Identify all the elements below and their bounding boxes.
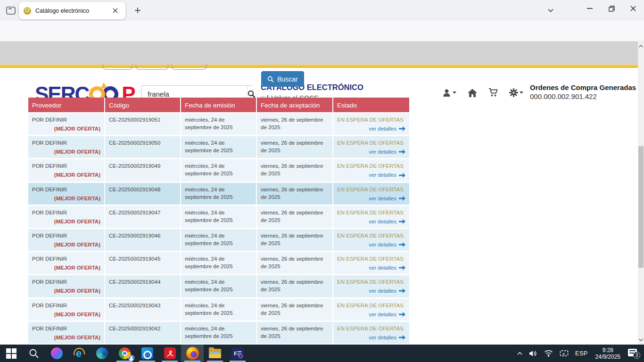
cell-estado: EN ESPERA DE OFERTAS ver detalles [333, 299, 409, 321]
chrome-icon[interactable] [113, 345, 136, 362]
connect-display-icon[interactable]: a [556, 345, 572, 362]
edge-icon[interactable] [91, 345, 113, 362]
volume-icon[interactable] [526, 345, 541, 362]
browser-tab-catalogo[interactable]: Catálogo electrónico [19, 2, 125, 19]
proveedor-text: POR DEFINIR [32, 232, 100, 239]
list-all-tabs-icon[interactable] [543, 5, 558, 16]
mejor-oferta-text: (MEJOR OFERTA) [32, 171, 100, 179]
window-restore-button[interactable] [601, 0, 622, 17]
cell-estado: EN ESPERA DE OFERTAS ver detalles [333, 113, 409, 135]
home-icon[interactable] [468, 89, 477, 97]
table-row: POR DEFINIR (MEJOR OFERTA) CE-2025000291… [28, 136, 409, 159]
ver-detalles-link[interactable]: ver detalles [369, 241, 396, 248]
mejor-oferta-text: (MEJOR OFERTA) [32, 334, 100, 341]
svg-text:e: e [76, 347, 82, 359]
filter-button-partial-2[interactable] [136, 64, 168, 70]
cell-fecha-aceptacion: viernes, 26 de septiembre de 2025 [257, 159, 333, 181]
notification-center-icon[interactable]: 3 [625, 345, 644, 362]
ver-detalles-link[interactable]: ver detalles [369, 171, 396, 179]
firefox-view-icon[interactable] [4, 4, 18, 17]
cell-fecha-emision: miércoles, 24 de septiembre de 2025 [181, 183, 257, 205]
filter-button-partial-1[interactable] [103, 64, 132, 70]
ver-detalles-link[interactable]: ver detalles [369, 148, 396, 156]
orders-table-header: Proveedor Código Fecha de emisión Fecha … [28, 98, 409, 113]
estado-text: EN ESPERA DE OFERTAS [337, 232, 405, 239]
tab-close-icon[interactable] [109, 5, 121, 16]
ver-detalles-link[interactable]: ver detalles [369, 195, 396, 202]
firefox-icon[interactable] [181, 345, 204, 362]
orders-table: Proveedor Código Fecha de emisión Fecha … [28, 98, 409, 345]
arrow-right-icon [399, 219, 405, 224]
cell-proveedor: POR DEFINIR (MEJOR OFERTA) [28, 252, 105, 274]
cell-estado: EN ESPERA DE OFERTAS ver detalles [333, 159, 409, 181]
cell-fecha-aceptacion: viernes, 26 de septiembre de 2025 [257, 206, 333, 228]
orders-number: 000.000.002.901.422 [530, 92, 636, 101]
clock-time: 9:28 [603, 347, 613, 354]
mejor-oferta-text: (MEJOR OFERTA) [32, 218, 100, 225]
cell-fecha-emision: miércoles, 24 de septiembre de 2025 [181, 252, 257, 274]
site-header: SERCP CATÁLOGO ELECTRÓNICO ☜ Volver al S… [0, 41, 638, 65]
tray-chevron-up-icon[interactable] [514, 345, 526, 362]
internet-explorer-icon[interactable]: e [68, 345, 91, 362]
estado-text: EN ESPERA DE OFERTAS [337, 302, 405, 309]
orders-summary: Ordenes de Compra Generadas 000.000.002.… [530, 83, 636, 101]
ver-detalles-link[interactable]: ver detalles [369, 264, 396, 272]
cell-proveedor: POR DEFINIR (MEJOR OFERTA) [28, 322, 105, 344]
scroll-down-icon[interactable] [638, 336, 644, 344]
new-tab-icon[interactable] [131, 4, 144, 16]
acrobat-icon[interactable] [158, 345, 181, 362]
cell-fecha-emision: miércoles, 24 de septiembre de 2025 [181, 159, 257, 181]
cell-codigo: CE-20250002919050 [105, 136, 181, 158]
estado-text: EN ESPERA DE OFERTAS [337, 325, 405, 332]
proveedor-text: POR DEFINIR [32, 139, 100, 147]
column-header-proveedor: Proveedor [28, 98, 105, 112]
arrow-right-icon [399, 126, 405, 131]
page-scrollbar[interactable] [638, 41, 644, 345]
ver-detalles-link[interactable]: ver detalles [369, 287, 396, 295]
browser-tab-bar: Catálogo electrónico [0, 0, 644, 21]
mejor-oferta-text: (MEJOR OFERTA) [32, 264, 100, 272]
buscar-button[interactable]: Buscar [261, 71, 304, 87]
cell-codigo: CE-20250002919043 [105, 299, 181, 321]
orders-table-body: POR DEFINIR (MEJOR OFERTA) CE-2025000291… [28, 113, 409, 345]
cell-fecha-aceptacion: viernes, 26 de septiembre de 2025 [257, 229, 333, 251]
arrow-right-icon [399, 335, 405, 340]
cell-fecha-emision: miércoles, 24 de septiembre de 2025 [181, 322, 257, 344]
start-button[interactable] [0, 345, 23, 362]
proveedor-text: POR DEFINIR [32, 278, 100, 286]
feo-app-icon[interactable]: F [226, 345, 249, 362]
wifi-icon[interactable] [541, 345, 556, 362]
cell-fecha-aceptacion: viernes, 26 de septiembre de 2025 [257, 113, 333, 135]
window-close-button[interactable] [622, 0, 644, 17]
clock[interactable]: 9:28 24/9/2025 [591, 345, 625, 362]
outlook-icon[interactable] [136, 345, 158, 362]
ver-detalles-link[interactable]: ver detalles [369, 125, 396, 132]
scrollbar-thumb[interactable] [638, 146, 644, 268]
ver-detalles-link[interactable]: ver detalles [369, 218, 396, 225]
filter-button-partial-3[interactable] [172, 64, 207, 70]
cell-proveedor: POR DEFINIR (MEJOR OFERTA) [28, 299, 105, 321]
copilot-icon[interactable] [45, 345, 68, 362]
ver-detalles-link[interactable]: ver detalles [369, 334, 396, 341]
cell-proveedor: POR DEFINIR (MEJOR OFERTA) [28, 136, 105, 158]
cell-estado: EN ESPERA DE OFERTAS ver detalles [333, 229, 409, 251]
estado-text: EN ESPERA DE OFERTAS [337, 186, 405, 193]
arrow-right-icon [399, 173, 405, 178]
cell-fecha-aceptacion: viernes, 26 de septiembre de 2025 [257, 275, 333, 297]
language-indicator[interactable]: ESP [572, 345, 591, 362]
window-minimize-button[interactable] [579, 0, 601, 17]
column-header-codigo: Código [105, 98, 181, 112]
scroll-up-icon[interactable] [638, 42, 644, 50]
arrow-right-icon [399, 196, 405, 201]
estado-text: EN ESPERA DE OFERTAS [337, 209, 405, 216]
windows-taskbar: e F a ESP 9:28 24/9/2025 [0, 345, 644, 362]
settings-gear-icon[interactable] [509, 88, 523, 97]
user-menu-icon[interactable] [442, 89, 456, 97]
cart-icon[interactable] [488, 88, 498, 97]
taskbar-search-icon[interactable] [23, 345, 45, 362]
cell-fecha-emision: miércoles, 24 de septiembre de 2025 [181, 206, 257, 228]
cell-proveedor: POR DEFINIR (MEJOR OFERTA) [28, 113, 105, 135]
file-explorer-icon[interactable] [204, 345, 226, 362]
ver-detalles-link[interactable]: ver detalles [369, 311, 396, 318]
cell-proveedor: POR DEFINIR (MEJOR OFERTA) [28, 275, 105, 297]
